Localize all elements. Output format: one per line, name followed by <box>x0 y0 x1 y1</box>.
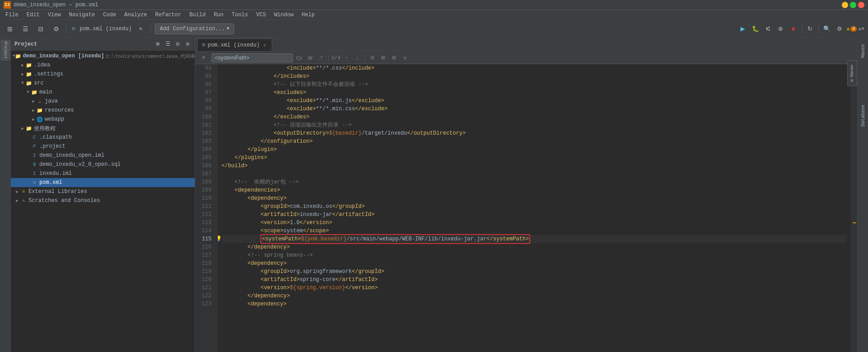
tab-close-toolbar[interactable]: ✕ <box>134 23 147 35</box>
search-next-button[interactable]: ↓ <box>353 53 362 62</box>
title-bar-controls[interactable] <box>842 2 864 8</box>
database-panel-button[interactable]: Database <box>859 102 868 129</box>
toolbar-separator-3 <box>802 24 802 33</box>
ln-114: 114 <box>195 227 214 235</box>
search-settings-button[interactable]: ≡ <box>401 53 410 62</box>
settings-gear-button[interactable]: ⚙ <box>834 23 845 34</box>
tree-arrow-java[interactable]: ▶ <box>31 99 36 104</box>
main-folder-icon: 📁 <box>31 89 38 96</box>
maven-floating-tab[interactable]: m Maven <box>847 60 857 86</box>
tree-arrow-tutorial[interactable]: ▶ <box>20 126 25 131</box>
maven-panel-button[interactable]: Maven <box>859 40 868 62</box>
code-line-108: <!-- 依赖的jar包 --> <box>222 178 847 186</box>
ln-118: 118 <box>195 259 214 268</box>
sql-icon: S <box>31 161 38 168</box>
debug-button[interactable]: 🐛 <box>750 23 761 34</box>
toolbar-separator-4 <box>818 24 819 33</box>
search-filter-button[interactable]: ⊞ <box>379 53 388 62</box>
tree-item-demo-iml[interactable]: I demo_inxedu_open.iml <box>11 151 195 160</box>
vcs-update-button[interactable]: ↻ <box>805 23 816 34</box>
menu-navigate[interactable]: Navigate <box>65 11 99 19</box>
search-input[interactable] <box>212 53 293 62</box>
toolbar-icon-split[interactable]: ⊟ <box>34 23 47 35</box>
search-everywhere-button[interactable]: 🔍 <box>821 23 832 34</box>
ln-95-text: 95 <box>205 72 212 80</box>
project-header-icon-list[interactable]: ☰ <box>164 41 171 48</box>
run-button[interactable]: ▶ <box>737 23 748 34</box>
left-panel-tabs: Project <box>0 38 11 352</box>
code-line-101: <!-- 压缩后输出文件目录 --> <box>222 121 847 129</box>
tree-arrow-idea[interactable]: ▶ <box>20 63 25 68</box>
tree-item-main[interactable]: ▼ 📁 main <box>11 88 195 97</box>
tree-item-project-file[interactable]: P .project <box>11 142 195 151</box>
tree-arrow-scratches[interactable]: ▶ <box>14 198 20 203</box>
tree-item-sql[interactable]: S demo_inxedu_v2_0_open.sql <box>11 160 195 169</box>
code-line-94: <include>**/*.css</include> <box>222 64 847 72</box>
project-panel-toggle[interactable]: Project <box>0 40 10 61</box>
tab-close-button[interactable]: ✕ <box>262 42 267 48</box>
search-prev-button[interactable]: ↑ <box>342 53 351 62</box>
code-line-109: <dependencies> <box>222 186 847 194</box>
menu-refactor[interactable]: Refactor <box>151 11 185 19</box>
tree-item-settings[interactable]: ▶ 📁 .settings <box>11 70 195 79</box>
tree-main-label: main <box>39 89 52 95</box>
tree-item-classpath[interactable]: C .classpath <box>11 133 195 142</box>
toolbar-icon-grid[interactable]: ⊞ <box>4 23 16 35</box>
tree-item-java[interactable]: ▶ ☕ java <box>11 97 195 106</box>
menu-window[interactable]: Window <box>270 11 297 19</box>
search-columns-button[interactable]: ⊞ <box>390 53 399 62</box>
toolbar-icon-settings[interactable]: ⚙ <box>50 23 62 35</box>
search-multiline-button[interactable]: ⊟ <box>368 53 377 62</box>
tree-item-idea[interactable]: ▶ 📁 .idea <box>11 61 195 70</box>
menu-code[interactable]: Code <box>99 11 120 19</box>
minimize-button[interactable] <box>842 2 848 8</box>
tree-item-webapp[interactable]: ▶ 🌐 webapp <box>11 115 195 124</box>
tree-arrow-settings[interactable]: ▶ <box>20 72 25 77</box>
tree-item-inxedu-iml[interactable]: I inxedu.iml <box>11 169 195 178</box>
tree-item-tutorial[interactable]: ▶ 📁 使用教程 <box>11 124 195 133</box>
stop-button[interactable]: ■ <box>788 23 799 34</box>
search-match-case-button[interactable]: Cc <box>295 53 304 62</box>
menu-edit[interactable]: Edit <box>23 11 43 19</box>
menu-build[interactable]: Build <box>186 11 209 19</box>
tree-idea-label: .idea <box>34 62 50 68</box>
menu-view[interactable]: View <box>44 11 65 19</box>
project-header-icon-split[interactable]: ⊟ <box>174 41 181 48</box>
tree-item-resources[interactable]: ▶ 📁 resources <box>11 106 195 115</box>
tree-root-item[interactable]: ▼ 📁 demo_inxedu_open [inxedu] C:\Tools\e… <box>11 52 195 61</box>
tree-item-scratches[interactable]: ▶ ✎ Scratches and Consoles <box>11 196 195 205</box>
ln-96: 96 <box>195 80 214 89</box>
tree-arrow-main[interactable]: ▼ <box>25 90 31 94</box>
ln-100: 100 <box>195 113 214 121</box>
project-header-icon-settings[interactable]: ⚙ <box>184 41 191 48</box>
search-regex-button[interactable]: .* <box>316 53 326 62</box>
warning-bulb-icon[interactable]: 💡 <box>218 235 222 243</box>
profile-button[interactable]: ⊛ <box>775 23 786 34</box>
tree-arrow-ext-libs[interactable]: ▶ <box>14 189 20 194</box>
menu-run[interactable]: Run <box>210 11 227 19</box>
scroll-overview[interactable] <box>850 64 857 352</box>
toolbar-icon-list[interactable]: ☰ <box>19 23 32 35</box>
error-indicator: ▲ 9 ▲▼ <box>847 26 864 32</box>
maximize-button[interactable] <box>850 2 856 8</box>
close-button[interactable] <box>858 2 864 8</box>
tree-arrow-resources[interactable]: ▶ <box>31 108 36 113</box>
tree-item-pom[interactable]: m pom.xml <box>11 178 195 187</box>
editor-tab-pom[interactable]: m pom.xml (inxedu) ✕ <box>197 38 272 51</box>
tree-src-label: src <box>34 80 44 86</box>
tree-item-src[interactable]: ▼ 📁 src <box>11 79 195 88</box>
tree-arrow-src[interactable]: ▼ <box>20 81 25 85</box>
search-close-button[interactable]: ✕ <box>199 53 208 62</box>
tree-item-external-libs[interactable]: ▶ ≡ External Libraries <box>11 187 195 196</box>
add-configuration-button[interactable]: Add Configuration... ▼ <box>155 23 234 34</box>
code-content[interactable]: <include>**/*.css</include> </includes> … <box>218 64 850 352</box>
run-with-coverage-button[interactable]: ⑆ <box>763 23 774 34</box>
search-match-word-button[interactable]: W <box>306 53 315 62</box>
menu-analyze[interactable]: Analyze <box>121 11 151 19</box>
menu-tools[interactable]: Tools <box>228 11 252 19</box>
menu-file[interactable]: File <box>2 11 22 19</box>
project-header-icon-grid[interactable]: ⊞ <box>154 41 161 48</box>
tree-arrow-webapp[interactable]: ▶ <box>31 117 36 122</box>
menu-vcs[interactable]: VCS <box>253 11 270 19</box>
menu-help[interactable]: Help <box>298 11 318 19</box>
